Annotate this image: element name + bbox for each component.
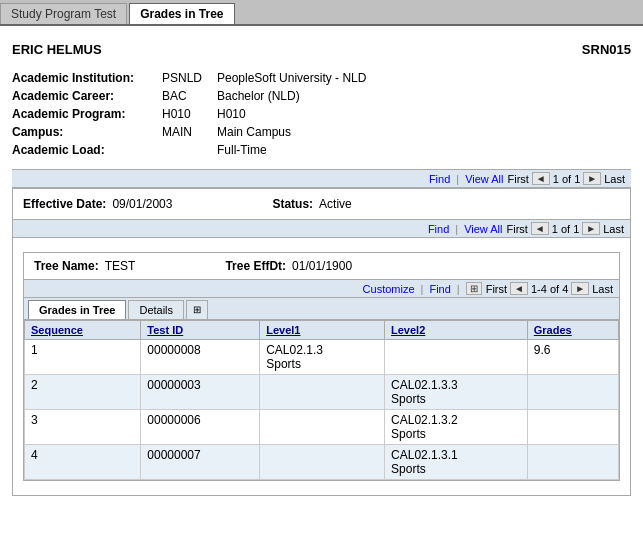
table-row: 100000008CAL02.1.3Sports9.6 [25, 340, 619, 375]
info-row-career: Academic Career: BAC Bachelor (NLD) [12, 87, 631, 105]
table-cell: 2 [25, 375, 141, 410]
col-grades[interactable]: Grades [527, 321, 618, 340]
info-table: Academic Institution: PSNLD PeopleSoft U… [12, 69, 631, 159]
student-srn: SRN015 [582, 42, 631, 57]
toolbar3: Customize | Find | ⊞ First ◄ 1-4 of 4 ► … [24, 279, 619, 298]
first-label-3: First [486, 283, 507, 295]
toolbar1: Find | View All First ◄ 1 of 1 ► Last [12, 169, 631, 188]
table-cell: 00000003 [141, 375, 260, 410]
effective-section: Effective Date: 09/01/2003 Status: Activ… [12, 188, 631, 496]
tab-study-program[interactable]: Study Program Test [0, 3, 127, 24]
table-cell: 00000007 [141, 445, 260, 480]
first-label-1: First [507, 173, 528, 185]
table-cell: 3 [25, 410, 141, 445]
grades-table: Sequence Test ID Level1 Level2 Grades 10… [24, 320, 619, 480]
tree-panel: Tree Name: TEST Tree EffDt: 01/01/1900 C… [23, 252, 620, 481]
page-info-1: 1 of 1 [553, 173, 581, 185]
tab-grades-tree[interactable]: Grades in Tree [129, 3, 234, 24]
last-label-2: Last [603, 223, 624, 235]
info-row-load: Academic Load: Full-Time [12, 141, 631, 159]
last-label-3: Last [592, 283, 613, 295]
tab-details[interactable]: Details [128, 300, 184, 319]
tab-bar: Study Program Test Grades in Tree [0, 0, 643, 26]
table-row: 200000003CAL02.1.3.3Sports [25, 375, 619, 410]
page-info-2: 1 of 1 [552, 223, 580, 235]
next-btn-2[interactable]: ► [582, 222, 600, 235]
table-cell: CAL02.1.3Sports [260, 340, 385, 375]
toolbar2: Find | View All First ◄ 1 of 1 ► Last [13, 219, 630, 238]
table-cell [527, 445, 618, 480]
table-cell [260, 410, 385, 445]
status-label: Status: [272, 197, 313, 211]
customize-link[interactable]: Customize [363, 283, 415, 295]
table-cell: 00000006 [141, 410, 260, 445]
view-all-link-1[interactable]: View All [465, 173, 503, 185]
table-cell: CAL02.1.3.3Sports [385, 375, 528, 410]
view-all-link-2[interactable]: View All [464, 223, 502, 235]
table-cell: 4 [25, 445, 141, 480]
eff-date-value: 09/01/2003 [112, 197, 172, 211]
table-cell: 00000008 [141, 340, 260, 375]
prev-btn-3[interactable]: ◄ [510, 282, 528, 295]
next-btn-1[interactable]: ► [583, 172, 601, 185]
info-row-program: Academic Program: H010 H010 [12, 105, 631, 123]
grid-icon[interactable]: ⊞ [466, 282, 482, 295]
table-cell: 9.6 [527, 340, 618, 375]
tab-grades-in-tree[interactable]: Grades in Tree [28, 300, 126, 319]
col-sequence[interactable]: Sequence [25, 321, 141, 340]
table-row: 300000006CAL02.1.3.2Sports [25, 410, 619, 445]
settings-icon[interactable]: ⊞ [186, 300, 208, 319]
col-test-id[interactable]: Test ID [141, 321, 260, 340]
last-label-1: Last [604, 173, 625, 185]
table-cell: CAL02.1.3.2Sports [385, 410, 528, 445]
prev-btn-2[interactable]: ◄ [531, 222, 549, 235]
tree-name-value: TEST [105, 259, 136, 273]
prev-btn-1[interactable]: ◄ [532, 172, 550, 185]
sub-tab-bar: Grades in Tree Details ⊞ [24, 298, 619, 320]
find-link-3[interactable]: Find [429, 283, 450, 295]
first-label-2: First [506, 223, 527, 235]
eff-date-label: Effective Date: [23, 197, 106, 211]
col-level1[interactable]: Level1 [260, 321, 385, 340]
find-link-2[interactable]: Find [428, 223, 449, 235]
find-link-1[interactable]: Find [429, 173, 450, 185]
table-cell [527, 375, 618, 410]
student-header: ERIC HELMUS SRN015 [12, 36, 631, 69]
table-row: 400000007CAL02.1.3.1Sports [25, 445, 619, 480]
table-cell [260, 375, 385, 410]
status-value: Active [319, 197, 352, 211]
main-content: ERIC HELMUS SRN015 Academic Institution:… [0, 26, 643, 506]
table-cell: CAL02.1.3.1Sports [385, 445, 528, 480]
student-name: ERIC HELMUS [12, 42, 102, 57]
table-cell [260, 445, 385, 480]
tree-effdt-value: 01/01/1900 [292, 259, 352, 273]
info-row-institution: Academic Institution: PSNLD PeopleSoft U… [12, 69, 631, 87]
table-cell [527, 410, 618, 445]
info-row-campus: Campus: MAIN Main Campus [12, 123, 631, 141]
table-cell: 1 [25, 340, 141, 375]
tree-name-label: Tree Name: [34, 259, 99, 273]
table-cell [385, 340, 528, 375]
page-info-3: 1-4 of 4 [531, 283, 568, 295]
tree-effdt-label: Tree EffDt: [225, 259, 286, 273]
next-btn-3[interactable]: ► [571, 282, 589, 295]
col-level2[interactable]: Level2 [385, 321, 528, 340]
